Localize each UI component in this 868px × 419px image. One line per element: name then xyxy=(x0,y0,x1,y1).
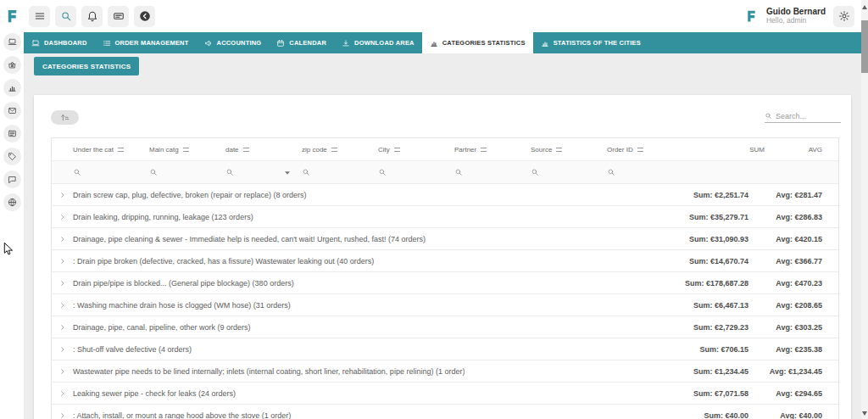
nav-tab[interactable]: DASHBOARD xyxy=(24,32,95,53)
search-input[interactable] xyxy=(776,112,841,120)
topbar-icon-button[interactable] xyxy=(134,6,155,27)
nav-tab[interactable]: DOWNLOAD AREA xyxy=(334,32,422,53)
chevron-right-icon[interactable] xyxy=(52,390,73,397)
filter-icon xyxy=(183,148,189,152)
table-row[interactable]: Drainage, pipe cleaning & sewer - Immedi… xyxy=(52,228,838,250)
filter-icon xyxy=(394,148,400,152)
topbar-icon-button[interactable] xyxy=(29,6,50,27)
rail-button[interactable] xyxy=(3,125,21,142)
column-filter-input[interactable] xyxy=(531,168,607,176)
row-avg-value: Avg: €281.47 xyxy=(748,191,838,199)
table-row[interactable]: : Shut-off valve defective (4 orders) Su… xyxy=(52,338,838,360)
category-label: : Drain pipe broken (defective, cracked,… xyxy=(73,257,374,265)
scrollbar-down-arrow[interactable] xyxy=(862,411,867,416)
nav-tab[interactable]: STATISTICS OF THE CITIES xyxy=(533,32,648,53)
nav-tab[interactable]: CALENDAR xyxy=(269,32,334,53)
nav-tab[interactable]: CATEGORIES STATISTICS xyxy=(422,32,533,53)
table-row[interactable]: : Attach, install, or mount a range hood… xyxy=(52,405,838,419)
search-icon xyxy=(765,112,772,120)
chart-icon xyxy=(430,39,438,47)
rail-button[interactable] xyxy=(3,102,21,120)
column-header[interactable]: Partner xyxy=(454,146,531,154)
chevron-right-icon[interactable] xyxy=(52,258,73,265)
column-filter-input[interactable] xyxy=(73,168,149,176)
column-filter-input[interactable] xyxy=(225,168,302,176)
back-icon xyxy=(139,10,151,22)
search-icon xyxy=(60,10,72,22)
column-header[interactable]: date xyxy=(225,146,302,154)
column-header[interactable]: Main catg xyxy=(149,146,225,154)
chevron-right-icon[interactable] xyxy=(52,412,73,419)
topbar-icon-button[interactable] xyxy=(81,6,103,27)
topbar-icon-button[interactable] xyxy=(108,6,129,27)
column-header[interactable]: Source xyxy=(531,146,607,154)
category-label: : Attach, install, or mount a range hood… xyxy=(73,411,291,419)
calendar-icon xyxy=(276,39,285,47)
category-label: Drain pipe/pipe is blocked... (General p… xyxy=(73,279,294,288)
topbar-icon-button[interactable] xyxy=(55,6,76,27)
search-icon xyxy=(149,168,158,176)
rail-button[interactable] xyxy=(3,170,21,188)
mail-icon xyxy=(8,106,17,115)
table-row[interactable]: : Drain pipe broken (defective, cracked,… xyxy=(52,250,838,272)
search-icon xyxy=(531,168,539,176)
sort-button[interactable] xyxy=(51,110,79,125)
sort-icon xyxy=(59,112,70,123)
row-sum-value: Sum: €178,687.28 xyxy=(685,279,748,288)
caret-down-icon[interactable] xyxy=(283,169,290,176)
chevron-right-icon[interactable] xyxy=(52,324,73,331)
nav-tab[interactable]: ACCOUNTING xyxy=(197,32,270,53)
category-label: Wastewater pipe needs to be lined intern… xyxy=(73,367,465,376)
row-avg-value: Avg: €303.25 xyxy=(748,323,838,332)
globe-icon xyxy=(8,198,17,207)
basket-icon xyxy=(8,60,17,70)
chevron-right-icon[interactable] xyxy=(52,368,73,375)
rail-button[interactable] xyxy=(3,56,21,74)
rail-button[interactable] xyxy=(3,148,21,165)
chevron-right-icon[interactable] xyxy=(52,192,73,198)
table-row[interactable]: Drainage, pipe, canal, pipeline, other w… xyxy=(52,316,838,338)
column-header[interactable]: Order ID xyxy=(607,146,683,154)
column-header[interactable]: Under the cat xyxy=(73,146,149,154)
scrollbar-thumb[interactable] xyxy=(861,20,868,73)
laptop-icon xyxy=(8,37,17,47)
category-label: Leaking sewer pipe - check for leaks (24… xyxy=(73,389,236,398)
main-tab-bar: DASHBOARD ORDER MANAGEMENT ACCOUNTING CA… xyxy=(24,32,861,53)
column-header[interactable]: zip code xyxy=(302,146,378,154)
tab-label: ACCOUNTING xyxy=(217,39,262,47)
scrollbar-up-arrow[interactable] xyxy=(862,5,867,9)
column-filter-input[interactable] xyxy=(378,168,454,176)
category-label: Drainage, pipe, canal, pipeline, other w… xyxy=(73,323,251,332)
chevron-right-icon[interactable] xyxy=(52,302,73,309)
table-row[interactable]: Drain leaking, dripping, running, leakag… xyxy=(52,206,838,228)
breadcrumb[interactable]: CATEGORIES STATISTICS xyxy=(34,57,139,75)
chevron-right-icon[interactable] xyxy=(52,236,73,243)
chevron-right-icon[interactable] xyxy=(52,280,73,287)
column-header[interactable]: City xyxy=(378,146,454,154)
rail-button[interactable] xyxy=(3,193,21,211)
rail-button[interactable] xyxy=(3,79,21,97)
vertical-scrollbar[interactable] xyxy=(861,0,868,419)
table-row[interactable]: Drain screw cap, plug, defective, broken… xyxy=(52,184,838,206)
settings-button[interactable] xyxy=(833,6,854,27)
column-filter-input[interactable] xyxy=(302,168,378,176)
column-filter-input[interactable] xyxy=(607,168,683,176)
table-row[interactable]: Leaking sewer pipe - check for leaks (24… xyxy=(52,383,838,405)
table-row[interactable]: Drain pipe/pipe is blocked... (General p… xyxy=(52,272,838,294)
nav-tab[interactable]: ORDER MANAGEMENT xyxy=(95,32,197,53)
chevron-right-icon[interactable] xyxy=(52,346,73,353)
tab-label: STATISTICS OF THE CITIES xyxy=(554,39,641,47)
table-row[interactable]: Wastewater pipe needs to be lined intern… xyxy=(52,360,838,383)
search-icon xyxy=(302,168,310,176)
column-filter-input[interactable] xyxy=(454,168,531,176)
hamburger-icon xyxy=(34,10,46,22)
table-row[interactable]: : Washing machine drain hose is clogged … xyxy=(52,294,838,316)
row-sum-value: Sum: €35,279.71 xyxy=(689,213,748,221)
column-filter-input[interactable] xyxy=(149,168,225,176)
chevron-right-icon[interactable] xyxy=(52,214,73,221)
category-label: Drainage, pipe cleaning & sewer - Immedi… xyxy=(73,235,426,243)
content-card: Under the cat Main catg date zip code xyxy=(34,95,851,419)
rail-button[interactable] xyxy=(3,33,21,51)
row-sum-value: Sum: €2,251.74 xyxy=(693,191,748,199)
tab-label: CALENDAR xyxy=(289,39,326,47)
